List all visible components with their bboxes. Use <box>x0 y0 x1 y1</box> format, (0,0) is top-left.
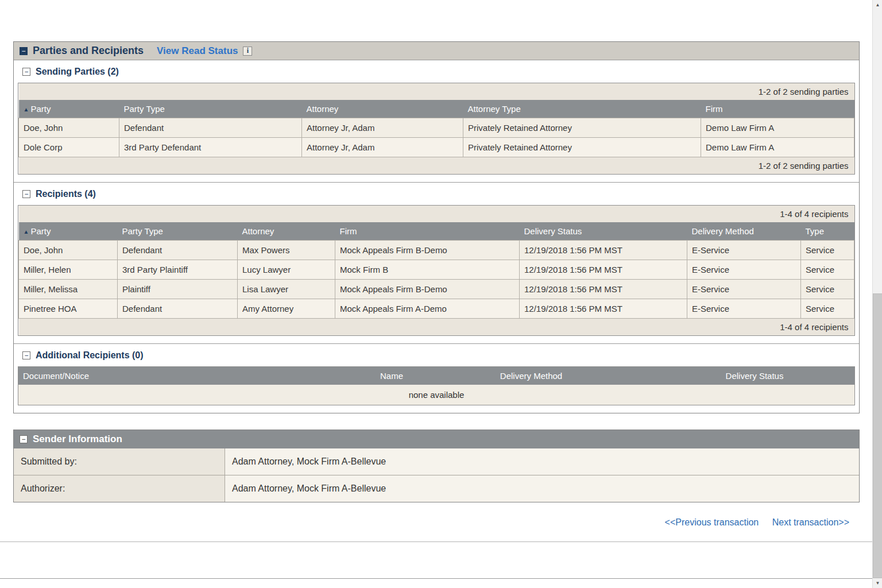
recipients-counter-top: 1-4 of 4 recipients <box>19 206 854 222</box>
table-cell: Attorney Jr, Adam <box>302 118 463 138</box>
sort-ascending-icon[interactable] <box>24 106 29 113</box>
table-row: none available <box>18 385 854 405</box>
additional-recipients-title: Additional Recipients (0) <box>36 350 144 361</box>
collapse-sending-parties-icon[interactable] <box>22 68 30 76</box>
authorizer-value: Adam Attorney, Mock Firm A-Bellevue <box>225 475 859 502</box>
column-header-attorney-type: Attorney Type <box>463 100 701 118</box>
table-row: Dole Corp 3rd Party Defendant Attorney J… <box>19 138 854 157</box>
column-header-name: Name <box>281 367 408 385</box>
collapse-recipients-icon[interactable] <box>22 190 30 198</box>
next-transaction-link[interactable]: Next transaction>> <box>772 517 849 527</box>
sender-information-section: Sender Information Submitted by: Adam At… <box>13 430 860 502</box>
page: Parties and Recipients View Read Status … <box>0 0 882 588</box>
parties-and-recipients-section: Parties and Recipients View Read Status … <box>13 41 860 413</box>
previous-transaction-link[interactable]: <<Previous transaction <box>665 517 759 527</box>
scroll-down-icon[interactable] <box>873 578 882 588</box>
column-header-firm: Firm <box>701 100 854 118</box>
table-cell: Attorney Jr, Adam <box>302 138 463 157</box>
table-header-row: Party Party Type Attorney Firm Delivery … <box>19 222 854 241</box>
section-divider <box>0 541 872 542</box>
sending-parties-header: Sending Parties (2) <box>14 60 859 82</box>
content-area: Parties and Recipients View Read Status … <box>0 0 872 588</box>
table-cell: Service <box>801 260 854 280</box>
column-header-party-type: Party Type <box>119 100 302 118</box>
table-cell: Demo Law Firm A <box>701 118 854 138</box>
table-row: 1-4 of 4 recipients <box>19 319 854 336</box>
table-cell: Mock Appeals Firm B-Demo <box>335 280 520 299</box>
recipients-table: 1-4 of 4 recipients Party Party Type Att… <box>18 205 855 336</box>
table-cell: 3rd Party Plaintiff <box>118 260 238 280</box>
additional-recipients-table: Document/Notice Name Delivery Method Del… <box>18 366 855 405</box>
additional-recipients-subsection: Additional Recipients (0) Document/Notic… <box>14 343 859 413</box>
table-cell: Defendant <box>118 299 238 319</box>
table-cell: 12/19/2018 1:56 PM MST <box>520 299 687 319</box>
additional-recipients-header: Additional Recipients (0) <box>14 344 859 365</box>
column-header-party[interactable]: Party <box>19 222 118 241</box>
column-header-attorney: Attorney <box>302 100 463 118</box>
collapse-sender-information-icon[interactable] <box>20 435 28 443</box>
table-cell: 12/19/2018 1:56 PM MST <box>520 280 687 299</box>
table-cell: Miller, Melissa <box>19 280 118 299</box>
recipients-title: Recipients (4) <box>36 189 96 199</box>
collapse-additional-recipients-icon[interactable] <box>22 351 30 359</box>
table-cell: Privately Retained Attorney <box>463 138 701 157</box>
column-header-delivery-method: Delivery Method <box>408 367 655 385</box>
table-row: 1-4 of 4 recipients <box>19 206 854 222</box>
sort-ascending-icon[interactable] <box>24 229 29 235</box>
vertical-scrollbar[interactable] <box>872 0 882 588</box>
table-cell: 12/19/2018 1:56 PM MST <box>520 241 687 260</box>
column-header-party[interactable]: Party <box>19 100 119 118</box>
recipients-subsection: Recipients (4) 1-4 of 4 recipients Party… <box>14 182 859 343</box>
column-header-firm: Firm <box>335 222 520 241</box>
sender-information-header: Sender Information <box>14 430 859 448</box>
table-cell: E-Service <box>687 280 801 299</box>
sending-parties-subsection: Sending Parties (2) 1-2 of 2 sending par… <box>14 60 859 182</box>
table-row: Pinetree HOA Defendant Amy Attorney Mock… <box>19 299 854 319</box>
table-cell: Service <box>801 299 854 319</box>
table-cell: Mock Firm B <box>335 260 520 280</box>
table-row: Miller, Melissa Plaintiff Lisa Lawyer Mo… <box>19 280 854 299</box>
transaction-navigation: <<Previous transaction Next transaction>… <box>0 517 849 528</box>
sender-information-title: Sender Information <box>33 434 122 445</box>
table-row: 1-2 of 2 sending parties <box>19 83 854 100</box>
additional-recipients-empty-message: none available <box>18 385 854 405</box>
info-icon[interactable] <box>243 47 252 56</box>
column-header-document-notice: Document/Notice <box>18 367 281 385</box>
table-cell: Doe, John <box>19 241 118 260</box>
table-cell: Privately Retained Attorney <box>463 118 701 138</box>
table-cell: Plaintiff <box>118 280 238 299</box>
table-cell: Lisa Lawyer <box>238 280 335 299</box>
scrollbar-thumb[interactable] <box>873 293 882 578</box>
table-cell: Lucy Lawyer <box>238 260 335 280</box>
sender-row-authorizer: Authorizer: Adam Attorney, Mock Firm A-B… <box>14 475 859 502</box>
table-cell: Service <box>801 280 854 299</box>
authorizer-label: Authorizer: <box>14 475 225 502</box>
submitted-by-label: Submitted by: <box>14 448 225 475</box>
collapse-parties-and-recipients-icon[interactable] <box>20 47 28 55</box>
table-cell: E-Service <box>687 260 801 280</box>
column-header-delivery-status: Delivery Status <box>655 367 854 385</box>
table-cell: Miller, Helen <box>19 260 118 280</box>
scroll-up-icon[interactable] <box>873 0 882 10</box>
column-header-party-type: Party Type <box>118 222 238 241</box>
table-cell: 3rd Party Defendant <box>119 138 302 157</box>
table-row: Doe, John Defendant Max Powers Mock Appe… <box>19 241 854 260</box>
table-cell: Max Powers <box>238 241 335 260</box>
table-header-row: Document/Notice Name Delivery Method Del… <box>18 367 854 385</box>
table-header-row: Party Party Type Attorney Attorney Type … <box>19 100 854 118</box>
table-cell: Amy Attorney <box>238 299 335 319</box>
table-cell: Mock Appeals Firm B-Demo <box>335 241 520 260</box>
sender-row-submitted-by: Submitted by: Adam Attorney, Mock Firm A… <box>14 448 859 475</box>
table-cell: Pinetree HOA <box>19 299 118 319</box>
table-cell: Mock Appeals Firm A-Demo <box>335 299 520 319</box>
parties-and-recipients-header: Parties and Recipients View Read Status <box>14 42 859 60</box>
table-cell: 12/19/2018 1:56 PM MST <box>520 260 687 280</box>
parties-and-recipients-title: Parties and Recipients <box>33 45 144 57</box>
sending-parties-title: Sending Parties (2) <box>36 67 119 77</box>
view-read-status-link[interactable]: View Read Status <box>157 45 238 57</box>
table-row: Doe, John Defendant Attorney Jr, Adam Pr… <box>19 118 854 138</box>
recipients-counter-bottom: 1-4 of 4 recipients <box>19 319 854 336</box>
table-cell: Defendant <box>118 241 238 260</box>
sending-parties-table: 1-2 of 2 sending parties Party Party Typ… <box>18 83 855 175</box>
recipients-header: Recipients (4) <box>14 183 859 204</box>
